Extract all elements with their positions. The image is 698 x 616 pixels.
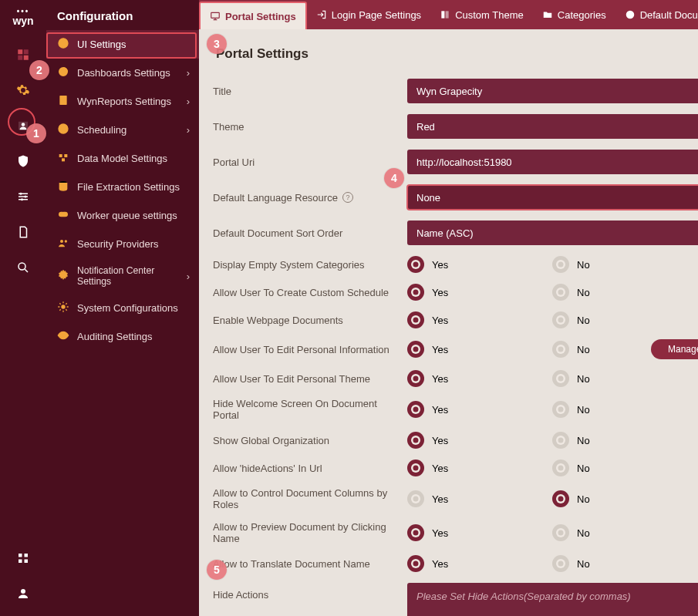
sidebar-item-ui-settings[interactable]: UI Settings	[46, 30, 199, 59]
radio-icon	[552, 311, 569, 328]
monitor-icon	[210, 11, 221, 22]
radio-row: YesNo	[407, 311, 698, 328]
chevron-right-icon: ›	[187, 124, 190, 136]
radio-label: Yes	[432, 404, 448, 416]
sidebar-item-file-extraction-settings[interactable]: File Extraction Settings	[46, 173, 199, 201]
rail-apps-icon[interactable]	[0, 540, 46, 576]
radio-label: Yes	[432, 287, 448, 298]
radio-option-no[interactable]: No	[552, 401, 637, 418]
radio-option-no[interactable]: No	[552, 490, 637, 507]
svg-rect-29	[446, 11, 449, 18]
rail-sliders-icon[interactable]	[0, 179, 46, 214]
radio-label: No	[577, 435, 590, 446]
radio-icon	[552, 341, 569, 358]
radio-row: YesNoManage	[407, 339, 698, 359]
rail-document-icon[interactable]	[0, 214, 46, 250]
radio-option-yes[interactable]: Yes	[407, 311, 538, 328]
chevron-right-icon: ›	[187, 271, 190, 282]
radio-option-yes[interactable]: Yes	[407, 370, 538, 387]
chevron-right-icon: ›	[187, 67, 190, 79]
link-icon	[57, 208, 69, 223]
radio-label: Yes	[432, 527, 448, 539]
tab-login-page-settings[interactable]: Login Page Settings	[307, 0, 430, 29]
sidebar-item-data-model-settings[interactable]: Data Model Settings	[46, 144, 199, 173]
svg-rect-0	[18, 49, 22, 54]
callout-2: 2	[29, 60, 49, 80]
radio-option-yes[interactable]: Yes	[407, 341, 538, 358]
input-title[interactable]	[407, 79, 698, 103]
sidebar-item-label: WynReports Settings	[77, 96, 171, 107]
radio-option-no[interactable]: No	[552, 341, 637, 358]
radio-option-yes[interactable]: Yes	[407, 459, 538, 476]
label-option: Allow User To Create Custom Schedule	[213, 287, 404, 298]
tab-label: Default Document Theme	[640, 9, 698, 21]
label-option: Allow to Translate Document Name	[213, 558, 404, 570]
radio-icon	[407, 524, 424, 541]
tab-label: Login Page Settings	[332, 9, 421, 21]
radio-option-no[interactable]: No	[552, 370, 637, 387]
gear-icon	[57, 269, 69, 284]
radio-row: YesNo	[407, 555, 698, 572]
radio-row: YesNo	[407, 524, 698, 541]
manage-button[interactable]: Manage	[651, 339, 698, 359]
svg-rect-11	[19, 560, 22, 564]
svg-point-8	[19, 263, 25, 270]
sidebar-item-security-providers[interactable]: Security Providers	[46, 230, 199, 258]
radio-label: Yes	[432, 259, 448, 271]
radio-icon	[552, 370, 569, 387]
input-portal-uri[interactable]	[407, 150, 698, 174]
tab-categories[interactable]: Categories	[533, 0, 615, 29]
rail-search-icon[interactable]	[0, 250, 46, 285]
sidebar-item-label: System Configurations	[77, 302, 178, 314]
radio-option-no[interactable]: No	[552, 284, 637, 301]
radio-option-no[interactable]: No	[552, 459, 637, 476]
database-icon	[57, 180, 69, 194]
svg-point-25	[61, 305, 65, 308]
sidebar-item-wynreports-settings[interactable]: WynReports Settings ›	[46, 87, 199, 116]
svg-rect-20	[62, 158, 65, 161]
sidebar-item-system-configurations[interactable]: System Configurations	[46, 294, 199, 322]
radio-label: Yes	[432, 493, 448, 505]
sidebar-item-auditing-settings[interactable]: Auditing Settings	[46, 322, 199, 351]
radio-option-yes[interactable]: Yes	[407, 432, 538, 449]
radio-icon	[407, 555, 424, 572]
select-default-sort-order[interactable]: Name (ASC) ⌄	[407, 220, 698, 245]
help-icon[interactable]: ?	[342, 192, 353, 203]
sidebar-item-notification-center-settings[interactable]: Notification Center Settings ›	[46, 258, 199, 294]
sidebar: Configuration UI Settings Dashboards Set…	[46, 0, 199, 616]
radio-option-no[interactable]: No	[552, 524, 637, 541]
radio-row: YesNo	[407, 459, 698, 476]
radio-option-no[interactable]: No	[552, 311, 637, 328]
radio-row: YesNo	[407, 256, 698, 273]
sidebar-item-label: Scheduling	[77, 124, 126, 136]
tab-default-document-theme[interactable]: Default Document Theme	[615, 0, 698, 29]
tab-portal-settings[interactable]: Portal Settings	[199, 2, 307, 29]
radio-option-no[interactable]: No	[552, 555, 637, 572]
select-default-language-resource[interactable]: None ⌄	[407, 185, 698, 210]
radio-option-yes[interactable]: Yes	[407, 256, 538, 273]
radio-icon	[407, 311, 424, 328]
sidebar-item-worker-queue-settings[interactable]: Worker queue settings	[46, 201, 199, 230]
clock-icon	[57, 123, 69, 137]
radio-option-yes[interactable]: Yes	[407, 284, 538, 301]
rail-shield-icon[interactable]	[0, 143, 46, 179]
sidebar-item-scheduling[interactable]: Scheduling ›	[46, 116, 199, 144]
textarea-hide-actions[interactable]	[407, 583, 698, 616]
radio-option-no[interactable]: No	[552, 256, 637, 273]
radio-option-yes[interactable]: Yes	[407, 401, 538, 418]
svg-rect-12	[25, 560, 29, 564]
radio-icon	[552, 524, 569, 541]
theme-icon	[440, 9, 450, 20]
sidebar-item-dashboards-settings[interactable]: Dashboards Settings ›	[46, 59, 199, 87]
radio-option-yes[interactable]: Yes	[407, 524, 538, 541]
tab-custom-theme[interactable]: Custom Theme	[430, 0, 533, 29]
radio-label: Yes	[432, 463, 448, 474]
radio-option-yes[interactable]: Yes	[407, 490, 538, 507]
radio-option-yes[interactable]: Yes	[407, 555, 538, 572]
label-option: Allow to Control Document Columns by Rol…	[213, 487, 404, 510]
radio-option-no[interactable]: No	[552, 432, 637, 449]
radio-row: YesNo	[407, 490, 698, 507]
select-theme[interactable]: Red ⌄	[407, 114, 698, 139]
label-portal-uri: Portal Uri	[213, 157, 404, 168]
rail-account-icon[interactable]	[0, 576, 46, 611]
